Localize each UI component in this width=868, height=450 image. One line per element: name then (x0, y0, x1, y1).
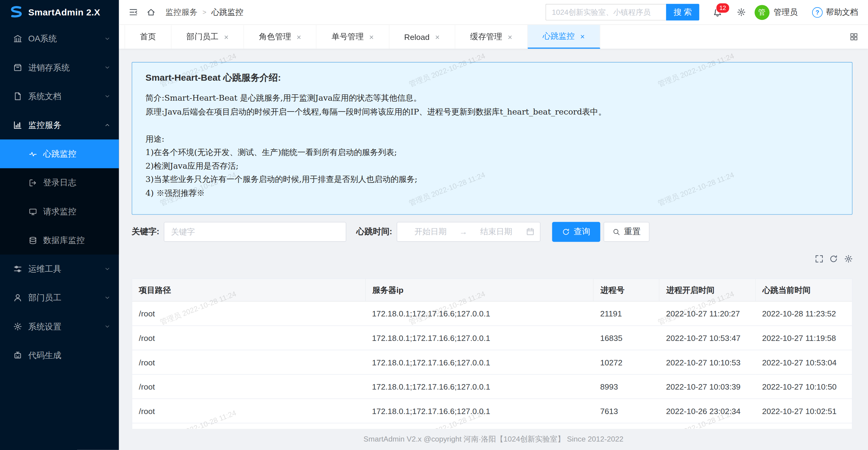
tab-cache-mgmt[interactable]: 缓存管理× (455, 25, 528, 49)
tab-home[interactable]: 首页 (124, 25, 172, 49)
table-refresh-icon[interactable] (829, 255, 838, 263)
table-cell: 2022-10-27 10:53:47 (659, 326, 755, 350)
sidebar-item-code-gen[interactable]: 代码生成 (0, 341, 119, 370)
sidebar-item-label: 部门员工 (28, 293, 61, 303)
sidebar-item-system-docs[interactable]: 系统文档 (0, 82, 119, 111)
tab-close-icon[interactable]: × (507, 33, 512, 41)
tab-order-mgmt[interactable]: 单号管理× (317, 25, 389, 49)
search-button[interactable]: 搜 索 (666, 4, 699, 21)
sidebar-item-request-monitor[interactable]: 请求监控 (0, 197, 119, 226)
end-date-placeholder: 结束日期 (468, 227, 524, 237)
tab-close-icon[interactable]: × (369, 33, 374, 41)
intro-title: Smart-Heart-Beat 心跳服务介绍: (146, 72, 839, 84)
search-input[interactable] (546, 4, 666, 21)
breadcrumb: 监控服务 > 心跳监控 (165, 7, 243, 18)
sidebar-item-dept-employee[interactable]: 部门员工 (0, 283, 119, 312)
column-settings-gear-icon[interactable] (844, 255, 852, 263)
building-icon (13, 34, 22, 43)
login-log-icon (29, 179, 37, 187)
table-cell: 172.18.0.1;172.17.16.6;127.0.0.1 (365, 423, 593, 429)
footer: SmartAdmin V2.x @copyright 河南·洛阳【1024创新实… (119, 429, 868, 450)
settings-icon (13, 322, 22, 331)
filter-bar: 关键字: 心跳时间: 开始日期 → 结束日期 查询 重置 (132, 221, 852, 242)
intro-line: 4) ※强烈推荐※ (146, 186, 839, 200)
app-window: SmartAdmin 2.X OA系统进销存系统系统文档监控服务心跳监控登录日志… (0, 0, 868, 450)
header-settings-gear-icon[interactable] (737, 8, 745, 17)
sidebar-item-label: 系统设置 (28, 321, 61, 332)
table-cell: 2022-10-26 23:01:59 (755, 423, 852, 429)
table-cell: 16835 (594, 326, 659, 350)
notifications-button[interactable]: 12 (712, 7, 722, 17)
intro-lines: 简介:Smart-Heart-Beat 是心跳服务,用于监测Java应用的状态等… (146, 91, 839, 200)
query-button[interactable]: 查询 (552, 221, 600, 241)
tab-role-mgmt[interactable]: 角色管理× (244, 25, 317, 49)
heartbeat-icon (29, 150, 37, 158)
intro-panel: Smart-Heart-Beat 心跳服务介绍: 简介:Smart-Heart-… (132, 62, 852, 215)
table-row: /root172.18.0.1;172.17.16.6;127.0.0.1599… (132, 423, 852, 429)
intro-line: 2)检测Java应用是否存活; (146, 159, 839, 173)
sidebar-item-label: 运维工具 (28, 264, 61, 274)
tab-close-icon[interactable]: × (297, 33, 301, 41)
database-icon (29, 236, 37, 244)
tab-layout-grid-icon[interactable] (850, 33, 858, 41)
tab-close-icon[interactable]: × (435, 33, 440, 41)
table-cell: 8993 (594, 374, 659, 399)
tab-heartbeat-monitor[interactable]: 心跳监控× (528, 25, 600, 49)
reset-button[interactable]: 重置 (603, 221, 650, 241)
sidebar-item-inventory-system[interactable]: 进销存系统 (0, 53, 119, 82)
column-header: 进程开启时间 (659, 279, 755, 301)
global-search: 搜 索 (546, 4, 699, 21)
table-cell: /root (132, 326, 366, 350)
menu-fold-icon[interactable] (129, 8, 138, 17)
data-table-card: 项目路径服务器ip进程号进程开启时间心跳当前时间 /root172.18.0.1… (132, 278, 852, 429)
heartbeat-time-label: 心跳时间: (356, 227, 392, 237)
chevron-down-icon (104, 36, 110, 41)
avatar[interactable]: 管 (754, 5, 769, 20)
table-cell: 2022-10-27 10:10:53 (659, 350, 755, 374)
intro-line: 简介:Smart-Heart-Beat 是心跳服务,用于监测Java应用的状态等… (146, 91, 839, 105)
content: Smart-Heart-Beat 心跳服务介绍: 简介:Smart-Heart-… (119, 49, 868, 429)
table-cell: /root (132, 301, 366, 326)
tab-label: 缓存管理 (470, 31, 502, 42)
table-cell: /root (132, 350, 366, 374)
reset-button-label: 重置 (624, 227, 641, 237)
sidebar-item-label: 登录日志 (43, 177, 76, 188)
intro-line (146, 118, 839, 132)
tab-dept-employee[interactable]: 部门员工× (172, 25, 244, 49)
help-question-icon[interactable]: ? (812, 7, 823, 18)
sidebar-item-ops-tools[interactable]: 运维工具 (0, 254, 119, 283)
table-row: /root172.18.0.1;172.17.16.6;127.0.0.1211… (132, 301, 852, 326)
tab-reload[interactable]: Reload× (389, 25, 455, 49)
table-cell: 2022-10-27 10:10:50 (755, 374, 852, 399)
document-icon (13, 92, 22, 101)
table-cell: /root (132, 423, 366, 429)
intro-line: 用途: (146, 132, 839, 146)
chevron-up-icon (104, 122, 110, 128)
intro-line: 1)在各个环境(无论开发、测试、生产)能统一看到所有启动的服务列表; (146, 146, 839, 159)
tab-label: 心跳监控 (542, 31, 575, 42)
table-cell: 172.18.0.1;172.17.16.6;127.0.0.1 (365, 301, 593, 326)
sidebar-item-label: 心跳监控 (43, 149, 76, 159)
tab-close-icon[interactable]: × (224, 33, 229, 41)
username[interactable]: 管理员 (774, 7, 798, 18)
sidebar-item-login-log[interactable]: 登录日志 (0, 168, 119, 197)
logo[interactable]: SmartAdmin 2.X (0, 0, 119, 25)
sidebar-item-label: 监控服务 (28, 120, 61, 130)
column-header: 服务器ip (365, 279, 593, 301)
tab-close-icon[interactable]: × (580, 32, 585, 40)
sidebar-item-oa-system[interactable]: OA系统 (0, 25, 119, 53)
breadcrumb-item[interactable]: 监控服务 (165, 7, 197, 18)
sidebar-item-monitor-service[interactable]: 监控服务 (0, 111, 119, 139)
keyword-input[interactable] (164, 221, 346, 241)
date-range-picker[interactable]: 开始日期 → 结束日期 (397, 221, 540, 241)
sidebar-item-system-settings[interactable]: 系统设置 (0, 312, 119, 341)
help-doc-link[interactable]: 帮助文档 (826, 7, 858, 18)
sidebar-item-database-monitor[interactable]: 数据库监控 (0, 226, 119, 254)
table-body: /root172.18.0.1;172.17.16.6;127.0.0.1211… (132, 301, 852, 429)
breadcrumb-item-current: 心跳监控 (212, 7, 244, 18)
table-cell: /root (132, 399, 366, 423)
sidebar-item-heartbeat-monitor[interactable]: 心跳监控 (0, 139, 119, 168)
home-icon[interactable] (147, 8, 155, 17)
table-cell: 2022-10-26 22:45:40 (659, 423, 755, 429)
fullscreen-expand-icon[interactable] (814, 255, 823, 263)
